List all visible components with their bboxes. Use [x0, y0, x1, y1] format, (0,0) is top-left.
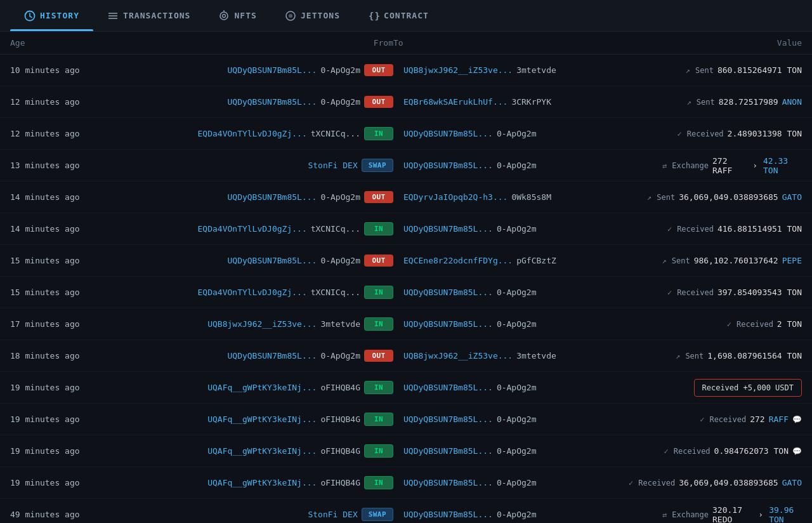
cell-from: UQAFq__gWPtKY3keINj...oFIHQB4GIN [124, 444, 393, 458]
from-address[interactable]: UQDyQBSUN7Bm85L... [227, 65, 317, 75]
cell-to: UQDyQBSUN7Bm85L... 0-ApOg2m [393, 319, 662, 329]
amount: 2.489031398 TON [728, 129, 802, 138]
contract-icon: {} [368, 10, 379, 22]
to-address[interactable]: EQDyrvJaIOpqb2Q-h3... [403, 192, 508, 202]
swap-arrow: › [758, 510, 763, 519]
table-row: 19 minutes agoUQAFq__gWPtKY3keINj...oFIH… [0, 467, 812, 499]
svg-point-8 [289, 14, 292, 18]
from-address[interactable]: UQDyQBSUN7Bm85L... [227, 256, 317, 265]
table-row: 13 minutes agoStonFi DEXSWAPUQDyQBSUN7Bm… [0, 150, 812, 182]
to-address[interactable]: UQDyQBSUN7Bm85L... [403, 478, 493, 487]
th-to: To [393, 38, 662, 48]
nav-item-history[interactable]: HISTORY [10, 0, 93, 31]
cell-from: UQAFq__gWPtKY3keINj...oFIHQB4GIN [124, 476, 393, 489]
to-suffix: 0-ApOg2m [497, 478, 537, 487]
to-address[interactable]: UQDyQBSUN7Bm85L... [403, 446, 493, 456]
jettons-icon [285, 10, 296, 22]
cell-to: UQDyQBSUN7Bm85L... 0-ApOg2m [393, 383, 662, 392]
direction-label: Received [638, 479, 675, 487]
from-address[interactable]: UQAFq__gWPtKY3keINj... [207, 478, 317, 487]
cell-to: UQDyQBSUN7Bm85L... 0-ApOg2m [393, 446, 662, 456]
cell-value: ✓Received 98...Received +5,000 USDT [662, 383, 802, 392]
cell-value: ↗Sent 986,102.760137642 PEPE [662, 256, 802, 265]
cell-from: UQDyQBSUN7Bm85L...0-ApOg2mOUT [124, 64, 393, 76]
transaction-badge: OUT [364, 96, 393, 108]
nav-item-jettons[interactable]: JETTONS [271, 0, 354, 31]
direction-icon: ⇄ [662, 510, 667, 519]
to-address[interactable]: UQDyQBSUN7Bm85L... [403, 288, 493, 297]
to-address[interactable]: UQDyQBSUN7Bm85L... [403, 414, 493, 424]
from-address[interactable]: StonFi DEX [308, 161, 357, 170]
from-address[interactable]: UQAFq__gWPtKY3keINj... [207, 414, 317, 424]
transaction-badge: IN [364, 222, 393, 235]
table-row: 15 minutes agoEQDa4VOnTYlLvDJ0gZj...tXCN… [0, 277, 812, 308]
from-address[interactable]: UQAFq__gWPtKY3keINj... [207, 446, 317, 456]
to-address[interactable]: UQDyQBSUN7Bm85L... [403, 383, 493, 392]
nav-item-transactions[interactable]: TRANSACTIONS [93, 0, 204, 31]
to-address[interactable]: EQCEne8r22odcnfFDYg... [403, 256, 513, 265]
transactions-icon [107, 10, 119, 22]
to-address[interactable]: UQDyQBSUN7Bm85L... [403, 319, 493, 329]
to-address[interactable]: UQB8jwxJ962__iZ53ve... [403, 65, 513, 75]
from-address[interactable]: UQAFq__gWPtKY3keINj... [207, 383, 317, 392]
nav-item-contract[interactable]: {} CONTRACT [354, 0, 443, 31]
direction-icon: ↗ [647, 193, 652, 202]
table-row: 12 minutes agoEQDa4VOnTYlLvDJ0gZj...tXCN… [0, 118, 812, 150]
to-address[interactable]: UQDyQBSUN7Bm85L... [403, 510, 493, 519]
from-address[interactable]: UQDyQBSUN7Bm85L... [227, 192, 317, 202]
from-address[interactable]: StonFi DEX [308, 510, 357, 519]
amount: 2 TON [777, 319, 802, 329]
to-address[interactable]: UQB8jwxJ962__iZ53ve... [403, 351, 513, 361]
cell-value: ✓Received 2 TON [662, 319, 802, 329]
transaction-badge: OUT [364, 64, 393, 76]
transaction-badge: IN [364, 476, 393, 489]
chat-icon[interactable]: 💬 [792, 415, 802, 424]
from-address[interactable]: EQDa4VOnTYlLvDJ0gZj... [198, 288, 307, 297]
direction-label: Received [674, 447, 710, 456]
transaction-badge: SWAP [362, 508, 393, 521]
from-address[interactable]: EQDa4VOnTYlLvDJ0gZj... [198, 224, 307, 234]
nav-item-nfts[interactable]: NFTS [204, 0, 270, 31]
th-from: From [124, 38, 393, 48]
nav-jettons-label: JETTONS [301, 11, 340, 20]
direction-icon: ✓ [629, 479, 633, 487]
transaction-badge: IN [364, 286, 393, 299]
table-row: 19 minutes agoUQAFq__gWPtKY3keINj...oFIH… [0, 435, 812, 467]
from-address[interactable]: EQDa4VOnTYlLvDJ0gZj... [198, 129, 307, 138]
direction-icon: ✓ [667, 288, 672, 297]
cell-to: UQDyQBSUN7Bm85L... 0-ApOg2m [393, 161, 662, 170]
token-symbol: PEPE [782, 256, 802, 265]
chat-icon[interactable]: 💬 [792, 447, 802, 456]
direction-label: Received [709, 415, 746, 424]
direction-icon: ↗ [686, 66, 690, 75]
cell-value: ↗Sent 1,698.087961564 TON [662, 351, 802, 361]
th-value: Value [662, 38, 802, 48]
direction-icon: ✓ [727, 320, 731, 329]
history-icon [24, 10, 36, 22]
table-row: 10 minutes agoUQDyQBSUN7Bm85L...0-ApOg2m… [0, 55, 812, 86]
cell-age: 49 minutes ago [10, 510, 124, 519]
amount: 36,069,049.038893685 [679, 192, 778, 202]
from-address[interactable]: UQDyQBSUN7Bm85L... [227, 351, 317, 361]
to-address[interactable]: UQDyQBSUN7Bm85L... [403, 129, 493, 138]
from-address[interactable]: UQB8jwxJ962__iZ53ve... [207, 319, 317, 329]
cell-from: StonFi DEXSWAP [124, 508, 393, 521]
to-address[interactable]: EQBr68wkSAErukLhUf... [403, 97, 508, 107]
to-address[interactable]: UQDyQBSUN7Bm85L... [403, 161, 493, 170]
cell-to: UQDyQBSUN7Bm85L... 0-ApOg2m [393, 224, 662, 234]
from-suffix: tXCNICq... [311, 224, 360, 234]
cell-from: EQDa4VOnTYlLvDJ0gZj...tXCNICq...IN [124, 286, 393, 299]
to-address[interactable]: UQDyQBSUN7Bm85L... [403, 224, 493, 234]
from-suffix: 3mtetvde [320, 319, 360, 329]
cell-to: UQB8jwxJ962__iZ53ve... 3mtetvde [393, 351, 662, 361]
from-suffix: tXCNICq... [311, 288, 360, 297]
direction-icon: ⇄ [662, 161, 667, 170]
direction-label: Received [677, 288, 714, 297]
from-address[interactable]: UQDyQBSUN7Bm85L... [227, 97, 317, 107]
amount: 397.854093543 TON [717, 288, 802, 297]
amount: 272 RAFF [712, 156, 747, 175]
cell-value: ⇄Exchange 272 RAFF › 42.33 TON [662, 156, 802, 175]
to-suffix: 0-ApOg2m [497, 288, 537, 297]
table-row: 14 minutes agoUQDyQBSUN7Bm85L...0-ApOg2m… [0, 182, 812, 213]
to-suffix: 3mtetvde [516, 65, 556, 75]
